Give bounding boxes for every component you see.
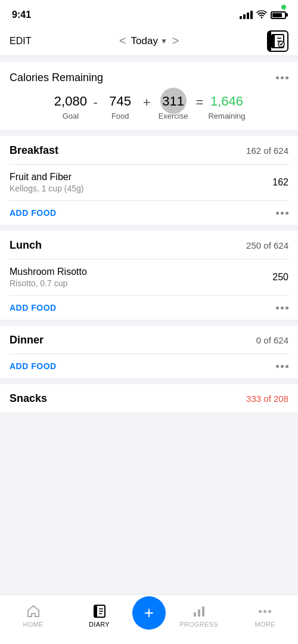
- breakfast-header: Breakfast 162 of 624: [0, 136, 298, 164]
- dot2: [281, 306, 284, 309]
- lunch-section: Lunch 250 of 624 Mushroom Risotto Risott…: [0, 231, 298, 320]
- goal-item: 2,080 Goal: [52, 94, 88, 120]
- add-plus-icon: +: [144, 605, 154, 621]
- lunch-item-1-info: Mushroom Risotto Risotto, 0.7 cup: [10, 267, 87, 288]
- breakfast-section: Breakfast 162 of 624 Fruit and Fiber Kel…: [0, 136, 298, 225]
- battery-icon: [271, 11, 286, 19]
- calories-row: 2,080 Goal - 745 Food + 311 Exercise = 1…: [10, 94, 288, 120]
- tab-diary[interactable]: DIARY: [66, 604, 132, 628]
- breakfast-item-1-name: Fruit and Fiber: [10, 172, 84, 182]
- status-time: 9:41: [12, 10, 31, 20]
- lunch-item-1-detail: Risotto, 0.7 cup: [10, 278, 87, 288]
- calories-more-button[interactable]: [276, 76, 288, 79]
- green-dot-indicator: [281, 5, 286, 10]
- tab-progress[interactable]: PROGRESS: [166, 604, 232, 628]
- home-icon: [26, 604, 41, 618]
- progress-icon: [192, 604, 206, 618]
- nav-bar: EDIT < Today ▼ >: [0, 26, 298, 56]
- minus-operator: -: [88, 95, 102, 110]
- snacks-calories: 333 of 208: [246, 394, 288, 404]
- breakfast-item-1-cal: 162: [272, 177, 288, 188]
- lunch-name: Lunch: [10, 239, 42, 252]
- dropdown-arrow-icon: ▼: [160, 37, 167, 45]
- food-value: 745: [109, 94, 131, 109]
- tab-home[interactable]: HOME: [0, 604, 66, 628]
- svg-rect-1: [272, 35, 275, 48]
- dot3: [285, 76, 288, 79]
- dot1: [276, 365, 279, 368]
- tab-more-label: MORE: [254, 621, 275, 628]
- breakfast-add-food-row: ADD FOOD: [0, 201, 298, 225]
- dot2: [281, 212, 284, 215]
- breakfast-more-button[interactable]: [276, 212, 288, 215]
- equals-operator: =: [191, 95, 209, 110]
- lunch-item-1-cal: 250: [272, 272, 288, 283]
- remaining-item: 1,646 Remaining: [208, 94, 245, 120]
- wifi-icon: [256, 10, 267, 20]
- dot3: [285, 306, 288, 309]
- snacks-section: Snacks 333 of 208: [0, 384, 298, 412]
- today-label: Today: [131, 35, 158, 47]
- svg-rect-10: [194, 612, 196, 617]
- remaining-label: Remaining: [208, 112, 245, 120]
- svg-rect-12: [202, 606, 204, 617]
- status-bar: 9:41: [0, 0, 298, 26]
- breakfast-name: Breakfast: [10, 144, 58, 157]
- edit-button[interactable]: EDIT: [10, 36, 31, 47]
- dinner-header: Dinner 0 of 624: [0, 326, 298, 354]
- dinner-section: Dinner 0 of 624 ADD FOOD: [0, 326, 298, 378]
- dot3: [285, 365, 288, 368]
- remaining-value: 1,646: [210, 94, 243, 109]
- calories-header: Calories Remaining: [10, 72, 288, 84]
- lunch-add-food-button[interactable]: ADD FOOD: [10, 303, 57, 312]
- svg-rect-6: [94, 605, 97, 617]
- breakfast-calories: 162 of 624: [246, 145, 288, 156]
- dot1: [276, 212, 279, 215]
- goal-value: 2,080: [54, 94, 87, 109]
- content-area: Calories Remaining 2,080 Goal - 745 Food…: [0, 62, 298, 472]
- tab-home-label: HOME: [23, 621, 43, 628]
- nav-center: < Today ▼ >: [119, 34, 179, 48]
- dinner-add-food-button[interactable]: ADD FOOD: [10, 361, 57, 371]
- breakfast-item-1-detail: Kellogs, 1 cup (45g): [10, 184, 84, 193]
- dot1: [276, 306, 279, 309]
- signal-icon: [240, 11, 253, 19]
- breakfast-item-1-info: Fruit and Fiber Kellogs, 1 cup (45g): [10, 172, 84, 193]
- plus-operator: +: [138, 95, 156, 110]
- calories-title: Calories Remaining: [10, 72, 103, 84]
- svg-rect-11: [198, 609, 200, 617]
- dot3: [285, 212, 288, 215]
- dot2: [281, 76, 284, 79]
- goal-label: Goal: [63, 112, 79, 120]
- snacks-header: Snacks 333 of 208: [0, 384, 298, 412]
- breakfast-add-food-button[interactable]: ADD FOOD: [10, 208, 57, 218]
- diary-tab-icon: [92, 604, 107, 618]
- more-dots-icon: [259, 604, 271, 618]
- tab-bar: HOME DIARY + PROGRESS MORE: [0, 595, 298, 644]
- prev-day-button[interactable]: <: [119, 34, 126, 48]
- snacks-name: Snacks: [10, 392, 47, 405]
- lunch-item-1-name: Mushroom Risotto: [10, 267, 87, 277]
- dinner-more-button[interactable]: [276, 365, 288, 368]
- lunch-item-1[interactable]: Mushroom Risotto Risotto, 0.7 cup 250: [0, 259, 298, 295]
- lunch-add-food-row: ADD FOOD: [0, 296, 298, 320]
- exercise-value: 311: [162, 94, 184, 109]
- lunch-header: Lunch 250 of 624: [0, 231, 298, 259]
- nav-title[interactable]: Today ▼: [131, 35, 167, 47]
- diary-icon-button[interactable]: [267, 30, 288, 52]
- dinner-name: Dinner: [10, 334, 44, 346]
- tab-progress-label: PROGRESS: [179, 621, 218, 628]
- lunch-more-button[interactable]: [276, 306, 288, 309]
- dot1: [276, 76, 279, 79]
- tab-more[interactable]: MORE: [232, 604, 298, 628]
- lunch-calories: 250 of 624: [246, 240, 288, 250]
- status-icons: [240, 10, 286, 20]
- tab-diary-label: DIARY: [89, 621, 110, 628]
- next-day-button[interactable]: >: [172, 34, 179, 48]
- dot2: [281, 365, 284, 368]
- tab-add-button[interactable]: +: [132, 596, 166, 630]
- calories-card: Calories Remaining 2,080 Goal - 745 Food…: [0, 62, 298, 130]
- breakfast-item-1[interactable]: Fruit and Fiber Kellogs, 1 cup (45g) 162: [0, 165, 298, 200]
- food-item: 745 Food: [103, 94, 138, 120]
- dinner-calories: 0 of 624: [256, 335, 288, 345]
